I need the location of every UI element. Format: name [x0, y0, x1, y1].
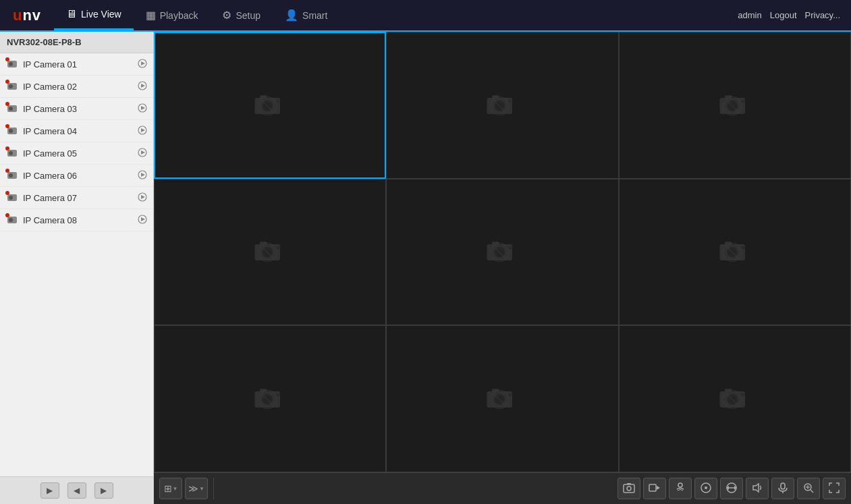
grid-icon: ⊞	[164, 483, 172, 494]
header-right: admin Logout Privacy...	[738, 10, 851, 20]
camera-placeholder-icon	[715, 230, 755, 273]
nav-playback[interactable]: ▦ Playback	[134, 0, 211, 30]
snapshot-button[interactable]	[617, 478, 640, 499]
svg-rect-92	[781, 483, 785, 489]
svg-marker-3	[141, 84, 145, 88]
privacy-button[interactable]: Privacy...	[805, 10, 841, 20]
svg-rect-19	[276, 100, 280, 103]
sidebar-title: NVR302-08E-P8-B	[0, 32, 153, 53]
video-cell[interactable]	[154, 32, 386, 179]
video-cell[interactable]	[619, 179, 851, 326]
fullscreen-icon	[828, 482, 840, 496]
toolbar-left: ⊞ ▼ ≫ ▼	[154, 478, 214, 499]
nav-setup[interactable]: ⚙ Setup	[210, 0, 273, 30]
svg-marker-15	[141, 217, 145, 221]
snapshot-icon	[623, 482, 635, 496]
svg-rect-40	[276, 246, 280, 250]
svg-rect-75	[741, 393, 745, 397]
sidebar-next-button[interactable]: ▶	[94, 482, 113, 499]
camera-placeholder-icon	[482, 230, 522, 273]
volume-button[interactable]	[746, 478, 769, 499]
camera-ctrl-icon[interactable]	[137, 58, 148, 71]
camera-item[interactable]: IP Camera 02	[0, 76, 153, 98]
nav-live-view-label: Live View	[81, 9, 121, 20]
camera-name: IP Camera 06	[23, 171, 133, 181]
layout-button[interactable]: ⊞ ▼	[159, 478, 182, 499]
video-cell[interactable]	[386, 32, 618, 179]
sequence-icon: ≫	[188, 483, 198, 494]
record-button[interactable]	[643, 478, 666, 499]
ptz-button[interactable]	[694, 478, 717, 499]
svg-marker-83	[657, 486, 660, 490]
camera-name: IP Camera 03	[23, 104, 133, 114]
svg-marker-5	[141, 106, 145, 110]
video-cell[interactable]	[154, 325, 386, 472]
record-icon	[649, 482, 661, 496]
flip-button[interactable]	[720, 478, 743, 499]
camera-name: IP Camera 01	[23, 59, 133, 69]
svg-marker-7	[141, 128, 145, 132]
sidebar: NVR302-08E-P8-B IP Camera 01 I	[0, 32, 154, 504]
camera-status-icon	[5, 213, 19, 227]
nav-setup-label: Setup	[236, 10, 260, 21]
camera-status-icon	[5, 146, 19, 160]
camera-ctrl-icon[interactable]	[137, 147, 148, 160]
username: admin	[738, 10, 761, 20]
talkback-icon	[777, 482, 789, 496]
camera-placeholder-icon	[482, 377, 522, 420]
gear-icon: ⚙	[222, 9, 231, 22]
flip-icon	[725, 482, 738, 496]
camera-item[interactable]: IP Camera 05	[0, 142, 153, 165]
camera-placeholder-icon	[250, 230, 290, 273]
camera-placeholder-icon	[250, 84, 290, 127]
digital-zoom-icon	[802, 482, 815, 496]
camera-ctrl-icon[interactable]	[137, 214, 148, 227]
video-cell[interactable]	[619, 325, 851, 472]
sidebar-play-button[interactable]: ▶	[40, 482, 59, 499]
camera-item[interactable]: IP Camera 01	[0, 53, 153, 76]
camera-ctrl-icon[interactable]	[137, 192, 148, 204]
digital-zoom-button[interactable]	[797, 478, 820, 499]
camera-placeholder-icon	[715, 84, 755, 127]
playback-icon: ▦	[146, 9, 156, 22]
audio-button[interactable]	[669, 478, 692, 499]
fullscreen-button[interactable]	[823, 478, 846, 499]
camera-list: IP Camera 01 IP Camera 02	[0, 53, 153, 476]
camera-ctrl-icon[interactable]	[137, 169, 148, 182]
sidebar-prev-button[interactable]: ◀	[67, 482, 86, 499]
video-area: ⊞ ▼ ≫ ▼	[154, 32, 851, 504]
main-layout: NVR302-08E-P8-B IP Camera 01 I	[0, 32, 851, 504]
toolbar-right	[612, 478, 851, 499]
camera-item[interactable]: IP Camera 07	[0, 187, 153, 209]
camera-item[interactable]: IP Camera 04	[0, 120, 153, 142]
header: unv 🖥 Live View ▦ Playback ⚙ Setup 👤 Sma…	[0, 0, 851, 32]
logout-button[interactable]: Logout	[770, 10, 797, 20]
svg-line-95	[811, 490, 813, 493]
nav-smart[interactable]: 👤 Smart	[273, 0, 339, 30]
camera-placeholder-icon	[250, 377, 290, 420]
layout-dropdown-arrow: ▼	[173, 486, 178, 492]
sequence-button[interactable]: ≫ ▼	[185, 478, 208, 499]
camera-item[interactable]: IP Camera 03	[0, 98, 153, 120]
camera-ctrl-icon[interactable]	[137, 125, 148, 138]
svg-rect-26	[508, 100, 512, 103]
camera-name: IP Camera 02	[23, 82, 133, 92]
video-cell[interactable]	[386, 179, 618, 326]
camera-ctrl-icon[interactable]	[137, 80, 148, 93]
logo-area: unv	[0, 7, 54, 24]
logo: unv	[13, 7, 41, 24]
camera-item[interactable]: IP Camera 06	[0, 165, 153, 187]
video-cell[interactable]	[386, 325, 618, 472]
camera-name: IP Camera 05	[23, 148, 133, 159]
nav-live-view[interactable]: 🖥 Live View	[54, 0, 134, 30]
talkback-button[interactable]	[771, 478, 794, 499]
video-cell[interactable]	[619, 32, 851, 179]
ptz-icon	[700, 482, 712, 496]
svg-rect-82	[649, 484, 656, 491]
monitor-icon: 🖥	[66, 8, 77, 20]
camera-name: IP Camera 07	[23, 193, 133, 203]
camera-item[interactable]: IP Camera 08	[0, 209, 153, 231]
camera-ctrl-icon[interactable]	[137, 103, 148, 115]
video-cell[interactable]	[154, 179, 386, 326]
bottom-toolbar: ⊞ ▼ ≫ ▼	[154, 472, 851, 504]
